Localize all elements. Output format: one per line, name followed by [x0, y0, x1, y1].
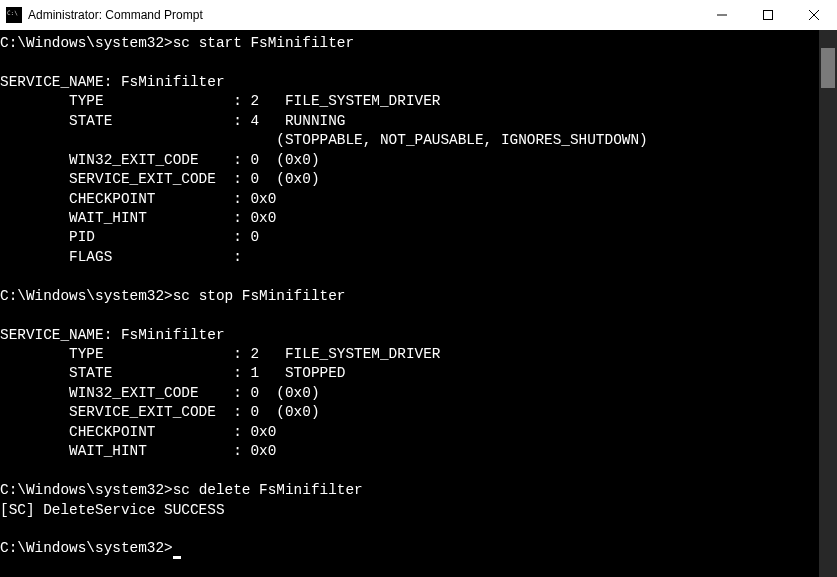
out1-type: TYPE : 2 FILE_SYSTEM_DRIVER — [0, 93, 440, 109]
prompt: C:\Windows\system32> — [0, 288, 173, 304]
vertical-scrollbar[interactable] — [819, 30, 837, 577]
close-button[interactable] — [791, 0, 837, 30]
minimize-button[interactable] — [699, 0, 745, 30]
scroll-thumb[interactable] — [821, 48, 835, 88]
prompt: C:\Windows\system32> — [0, 482, 173, 498]
svg-rect-1 — [764, 11, 773, 20]
window-title: Administrator: Command Prompt — [28, 8, 203, 22]
out2-wait-hint: WAIT_HINT : 0x0 — [0, 443, 276, 459]
out1-pid: PID : 0 — [0, 229, 259, 245]
scroll-up-arrow[interactable] — [819, 30, 837, 48]
out1-state-flags: (STOPPABLE, NOT_PAUSABLE, IGNORES_SHUTDO… — [0, 132, 648, 148]
cursor — [173, 556, 181, 559]
scroll-track[interactable] — [819, 88, 837, 559]
out2-checkpoint: CHECKPOINT : 0x0 — [0, 424, 276, 440]
out1-state: STATE : 4 RUNNING — [0, 113, 345, 129]
out1-service-exit: SERVICE_EXIT_CODE : 0 (0x0) — [0, 171, 320, 187]
out3-result: [SC] DeleteService SUCCESS — [0, 502, 225, 518]
command-1: sc start FsMinifilter — [173, 35, 354, 51]
titlebar[interactable]: Administrator: Command Prompt — [0, 0, 837, 30]
out2-type: TYPE : 2 FILE_SYSTEM_DRIVER — [0, 346, 440, 362]
command-prompt-window: Administrator: Command Prompt C:\Windows… — [0, 0, 837, 577]
command-3: sc delete FsMinifilter — [173, 482, 363, 498]
terminal-area: C:\Windows\system32>sc start FsMinifilte… — [0, 30, 837, 577]
prompt: C:\Windows\system32> — [0, 540, 173, 556]
out1-flags: FLAGS : — [0, 249, 242, 265]
out1-win32-exit: WIN32_EXIT_CODE : 0 (0x0) — [0, 152, 320, 168]
terminal-output[interactable]: C:\Windows\system32>sc start FsMinifilte… — [0, 30, 819, 577]
out2-service-name: SERVICE_NAME: FsMinifilter — [0, 327, 225, 343]
out2-win32-exit: WIN32_EXIT_CODE : 0 (0x0) — [0, 385, 320, 401]
command-2: sc stop FsMinifilter — [173, 288, 346, 304]
out2-state: STATE : 1 STOPPED — [0, 365, 345, 381]
out2-service-exit: SERVICE_EXIT_CODE : 0 (0x0) — [0, 404, 320, 420]
prompt: C:\Windows\system32> — [0, 35, 173, 51]
cmd-icon — [6, 7, 22, 23]
out1-wait-hint: WAIT_HINT : 0x0 — [0, 210, 276, 226]
out1-service-name: SERVICE_NAME: FsMinifilter — [0, 74, 225, 90]
out1-checkpoint: CHECKPOINT : 0x0 — [0, 191, 276, 207]
maximize-button[interactable] — [745, 0, 791, 30]
scroll-down-arrow[interactable] — [819, 559, 837, 577]
